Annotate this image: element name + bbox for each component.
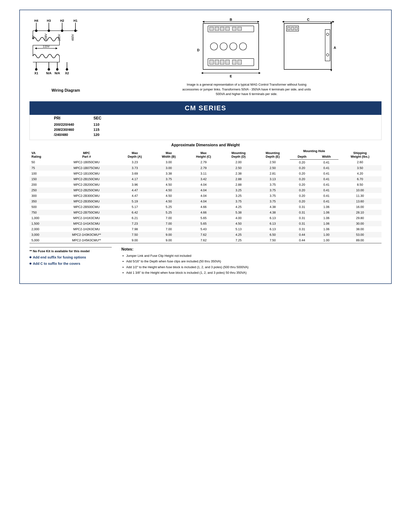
cell-mhw: 0.41 — [314, 159, 338, 165]
table-row: 50 MPC2-1B050CMU 3.23 3.00 2.79 2.00 2.5… — [29, 159, 382, 165]
svg-rect-62 — [238, 60, 242, 64]
th-mh-width: Width — [314, 154, 338, 160]
cell-b: 3.38 — [152, 171, 186, 176]
svg-text:N/A: N/A — [55, 71, 60, 75]
cell-wt: 6.70 — [338, 176, 382, 182]
table-row: 5,000 MPC2-1H5K0CMU** 9.00 9.00 7.62 7.2… — [29, 238, 382, 243]
cell-mhd: 0.31 — [290, 210, 315, 215]
svg-text:H4: H4 — [34, 19, 38, 22]
cell-part: MPC2-2B300CMU — [55, 193, 118, 199]
svg-point-79 — [326, 54, 329, 56]
cell-c: 5.65 — [186, 215, 222, 221]
svg-rect-58 — [215, 60, 219, 64]
th-height-c: MaxHeight (C) — [186, 148, 222, 160]
sec-val-2: 115 — [93, 127, 101, 132]
cell-e: 3.75 — [256, 193, 290, 199]
cell-mhw: 0.41 — [314, 171, 338, 176]
pri-val-3: /240/480 — [54, 133, 74, 137]
svg-text:B: B — [230, 18, 232, 21]
cell-b: 3.75 — [152, 176, 186, 182]
svg-rect-50 — [232, 27, 236, 30]
bullet-label-2: Add C to suffix for the covers — [33, 262, 80, 266]
cell-part: MPC2-1H2K0CMU — [55, 226, 118, 232]
cell-mhw: 0.41 — [314, 182, 338, 187]
cell-mhd: 0.20 — [290, 193, 315, 199]
cell-c: 4.04 — [186, 187, 222, 193]
cell-wt: 4.20 — [338, 171, 382, 176]
cell-c: 4.66 — [186, 204, 222, 210]
pri-header: PRI — [54, 116, 74, 120]
cell-a: 5.17 — [118, 204, 152, 210]
svg-marker-22 — [56, 48, 57, 49]
cell-a: 3.96 — [118, 182, 152, 187]
svg-point-53 — [220, 43, 227, 50]
cell-mhd: 0.31 — [290, 215, 315, 221]
svg-text:A: A — [334, 46, 336, 50]
cell-a: 7.50 — [118, 232, 152, 238]
cell-part: MPC2-2B750CMU — [55, 210, 118, 215]
cell-wt: 38.00 — [338, 226, 382, 232]
cell-b: 7.00 — [152, 226, 186, 232]
cell-va: 500 — [29, 204, 55, 210]
notes-list-item: Add 1 3/8" to the Height when fuse block… — [126, 270, 382, 275]
svg-text:H1: H1 — [74, 19, 78, 22]
cell-a: 6.21 — [118, 215, 152, 221]
svg-rect-60 — [225, 60, 229, 64]
footnote: ** No Fuse Kit is available for this mod… — [29, 247, 112, 253]
th-mount-e: MountingDepth (E) — [256, 148, 290, 160]
svg-text:H3: H3 — [47, 19, 51, 22]
cell-a: 4.17 — [118, 176, 152, 182]
pri-sec-inner: PRI 200/220/440 208/230/460 /240/480 SEC… — [30, 115, 381, 138]
cell-mhw: 0.41 — [314, 187, 338, 193]
cell-b: 4.50 — [152, 199, 186, 204]
cell-c: 2.79 — [186, 165, 222, 171]
sec-header: SEC — [93, 116, 101, 120]
svg-rect-46 — [210, 27, 214, 30]
cell-va: 350 — [29, 199, 55, 204]
notes-list: Jumper Link and Fuse Clip Height not inc… — [121, 253, 382, 275]
cell-va: 150 — [29, 176, 55, 182]
cell-c: 7.62 — [186, 232, 222, 238]
cell-b: 3.00 — [152, 159, 186, 165]
cell-wt: 28.10 — [338, 210, 382, 215]
notes-section: ** No Fuse Kit is available for this mod… — [29, 247, 382, 276]
transformer-image-section: B D — [112, 17, 382, 96]
cell-c: 4.04 — [186, 193, 222, 199]
notes-right: Notes: Jumper Link and Fuse Clip Height … — [121, 247, 382, 276]
cell-va: 200 — [29, 182, 55, 187]
cell-a: 7.98 — [118, 226, 152, 232]
cell-d: 2.88 — [222, 176, 256, 182]
cell-c: 7.62 — [186, 238, 222, 243]
cell-wt: 13.60 — [338, 199, 382, 204]
cell-mhw: 0.41 — [314, 165, 338, 171]
svg-marker-69 — [332, 21, 334, 23]
cell-c: 4.66 — [186, 210, 222, 215]
cell-part: MPC2-1H5K0CMU** — [55, 238, 118, 243]
cell-d: 3.25 — [222, 193, 256, 199]
cell-wt: 16.00 — [338, 204, 382, 210]
page-container: H4 H3 H2 H1 0V 208V 230V 460V — [19, 10, 392, 284]
th-mh-depth: Depth — [290, 154, 315, 160]
svg-text:460V: 460V — [71, 34, 75, 41]
cell-part: MPC2-2B250CMU — [55, 187, 118, 193]
cell-mhw: 1.06 — [314, 215, 338, 221]
th-width-b: MaxWidth (B) — [152, 148, 186, 160]
cell-va: 1,500 — [29, 221, 55, 226]
svg-text:C: C — [307, 18, 309, 21]
cell-d: 4.25 — [222, 204, 256, 210]
cell-a: 9.00 — [118, 238, 152, 243]
table-row: 500 MPC2-2B500CMU 5.17 5.25 4.66 4.25 4.… — [29, 204, 382, 210]
cm-series-header: CM SERIES — [29, 101, 382, 115]
cell-wt: 2.60 — [338, 159, 382, 165]
cell-va: 5,000 — [29, 238, 55, 243]
cell-part: MPC2-1H1K0CMU — [55, 215, 118, 221]
cell-e: 3.75 — [256, 199, 290, 204]
cell-c: 4.04 — [186, 199, 222, 204]
cell-mhw: 1.00 — [314, 238, 338, 243]
cell-part: MPC2-1H1K5CMU — [55, 221, 118, 226]
cell-a: 4.47 — [118, 187, 152, 193]
th-shipping: ShippingWeight (lbs.) — [338, 148, 382, 160]
cell-mhw: 0.41 — [314, 193, 338, 199]
th-mount-d: MountingDepth (D) — [222, 148, 256, 160]
svg-rect-49 — [225, 27, 229, 30]
